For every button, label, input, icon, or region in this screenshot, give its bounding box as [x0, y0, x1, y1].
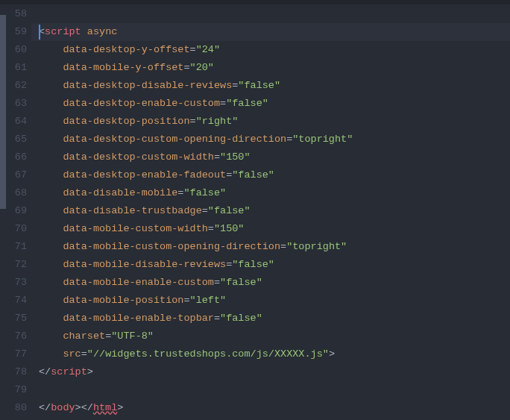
token-punc [39, 348, 63, 360]
token-punc [39, 313, 63, 324]
token-punc [39, 169, 63, 181]
token-punc [39, 205, 63, 216]
code-line[interactable]: data-mobile-enable-topbar="false" [31, 310, 510, 327]
line-number: 72 [6, 256, 27, 274]
token-str: "//widgets.trustedshops.com/js/XXXXX.js" [87, 348, 329, 360]
code-line[interactable] [31, 417, 510, 420]
code-line[interactable]: data-desktop-enable-fadeout="false" [31, 166, 510, 184]
token-attr: data-mobile-disable-reviews [63, 259, 226, 270]
token-attr: data-desktop-custom-width [63, 151, 214, 163]
code-line[interactable]: data-desktop-enable-custom="false" [31, 95, 510, 113]
line-number: 75 [6, 310, 27, 327]
token-attr: data-mobile-custom-opening-direction [63, 241, 280, 252]
token-punc [39, 187, 63, 198]
code-line[interactable]: data-mobile-position="left" [31, 292, 510, 310]
line-number: 77 [6, 345, 27, 363]
code-line[interactable]: <script async [31, 23, 510, 41]
code-line[interactable]: data-desktop-y-offset="24" [31, 41, 510, 59]
token-tag: script [45, 26, 81, 37]
token-attr: data-desktop-position [63, 116, 189, 127]
token-punc [39, 44, 63, 55]
token-str: "false" [183, 187, 226, 198]
token-punc [39, 330, 63, 342]
token-str: "150" [220, 151, 251, 163]
code-line[interactable] [31, 381, 510, 399]
code-editor[interactable]: 5859606162636465666768697071727374757677… [0, 0, 510, 420]
code-area[interactable]: <script async data-desktop-y-offset="24"… [31, 0, 510, 420]
token-str: "false" [226, 98, 268, 109]
token-str: "left" [190, 295, 227, 306]
line-number: 69 [6, 202, 27, 220]
code-line[interactable] [31, 5, 510, 23]
code-line[interactable]: data-mobile-disable-reviews="false" [31, 256, 510, 274]
token-str: "false" [232, 169, 274, 181]
token-attr: data-disable-trustbadge [63, 205, 201, 216]
code-line[interactable]: data-desktop-position="right" [31, 113, 510, 131]
line-number: 64 [6, 113, 27, 131]
line-number: 62 [6, 77, 27, 95]
token-str: "UTF-8" [111, 330, 154, 342]
vertical-scrollbar[interactable] [0, 0, 6, 420]
token-brk: > [117, 402, 123, 413]
token-tag: html [93, 402, 117, 413]
token-attr: data-desktop-y-offset [63, 44, 189, 55]
token-eq: = [202, 205, 208, 216]
code-line[interactable]: </body></html> [31, 399, 510, 417]
line-number: 67 [6, 166, 27, 184]
token-str: "false" [220, 313, 262, 324]
line-number: 66 [6, 148, 27, 166]
token-punc [39, 116, 63, 127]
code-line[interactable]: data-desktop-custom-width="150" [31, 148, 510, 166]
code-line[interactable]: data-mobile-y-offset="20" [31, 59, 510, 77]
token-eq: = [220, 98, 226, 109]
token-str: "false" [208, 205, 251, 216]
line-number: 73 [6, 274, 27, 292]
code-line[interactable]: data-mobile-enable-custom="false" [31, 274, 510, 292]
code-line[interactable]: data-disable-trustbadge="false" [31, 202, 510, 220]
token-punc [39, 151, 63, 163]
line-number: 68 [6, 184, 27, 202]
code-line[interactable]: charset="UTF-8" [31, 327, 510, 345]
line-number-gutter[interactable]: 5859606162636465666768697071727374757677… [6, 0, 31, 420]
token-attr: data-mobile-custom-width [63, 223, 207, 234]
token-str: "150" [214, 223, 245, 234]
code-line[interactable]: </script> [31, 363, 510, 381]
token-str: "false" [238, 80, 280, 91]
token-punc [39, 80, 63, 91]
line-number: 60 [6, 41, 27, 59]
token-attr: async [87, 26, 118, 37]
token-eq: = [190, 44, 196, 55]
line-number: 81 [6, 417, 27, 420]
code-line[interactable]: data-mobile-custom-opening-direction="to… [31, 238, 510, 256]
token-punc [39, 295, 63, 306]
token-str: "topright" [292, 134, 353, 145]
line-number: 70 [6, 220, 27, 238]
token-attr: data-desktop-custom-opening-direction [63, 134, 286, 145]
line-number: 71 [6, 238, 27, 256]
token-brk: > [87, 366, 93, 377]
token-brk: ></ [75, 402, 93, 413]
code-line[interactable]: data-disable-mobile="false" [31, 184, 510, 202]
token-eq: = [183, 295, 189, 306]
token-str: "false" [232, 259, 274, 270]
token-brk: </ [39, 366, 51, 377]
token-tag: body [51, 402, 75, 413]
token-punc [39, 277, 63, 288]
token-str: "right" [196, 116, 239, 127]
token-eq: = [190, 116, 196, 127]
code-line[interactable]: data-desktop-disable-reviews="false" [31, 77, 510, 95]
token-brk: > [329, 348, 335, 360]
token-attr: data-disable-mobile [63, 187, 177, 198]
code-line[interactable]: data-mobile-custom-width="150" [31, 220, 510, 238]
token-attr: data-desktop-disable-reviews [63, 80, 232, 91]
token-attr: charset [63, 330, 105, 342]
line-number: 76 [6, 327, 27, 345]
scrollbar-thumb[interactable] [0, 15, 6, 209]
code-line[interactable]: src="//widgets.trustedshops.com/js/XXXXX… [31, 345, 510, 363]
text-cursor [39, 25, 40, 40]
code-line[interactable]: data-desktop-custom-opening-direction="t… [31, 131, 510, 148]
token-eq: = [214, 151, 220, 163]
token-eq: = [214, 277, 220, 288]
token-punc [81, 26, 87, 37]
token-brk: </ [39, 402, 51, 413]
